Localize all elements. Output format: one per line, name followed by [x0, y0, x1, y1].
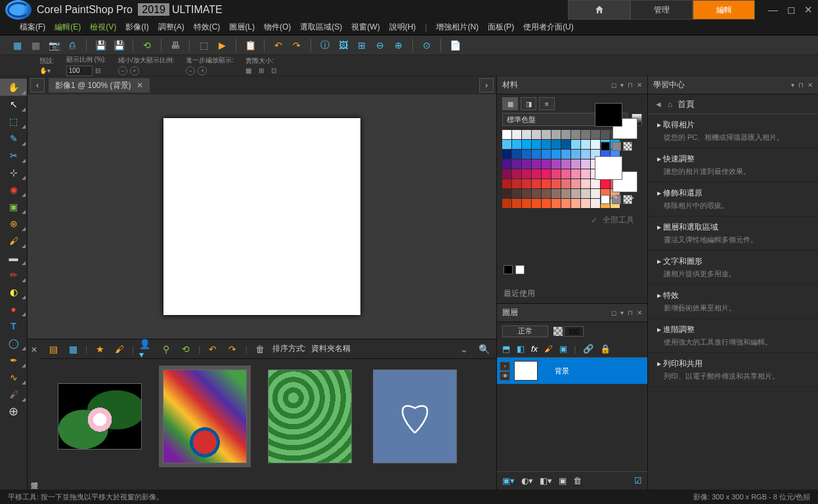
clone-tool[interactable]: ⊛ [0, 215, 27, 232]
color-swatch[interactable] [522, 130, 531, 139]
thumb-1[interactable] [54, 366, 146, 467]
color-swatch[interactable] [581, 140, 590, 149]
fg2-swatch[interactable] [595, 156, 622, 180]
menu-help[interactable]: 說明(H) [389, 22, 416, 33]
color-swatch[interactable] [522, 140, 531, 149]
bw-black[interactable] [504, 265, 513, 274]
color-swatch[interactable] [542, 130, 551, 139]
org-brush-button[interactable]: 🖌 [112, 342, 127, 356]
color-swatch[interactable] [522, 179, 531, 188]
color-swatch[interactable] [542, 169, 551, 178]
color-swatch[interactable] [532, 130, 541, 139]
menu-adjust[interactable]: 調整(A) [158, 22, 184, 33]
org-rotright-button[interactable]: ↷ [225, 342, 240, 356]
minimize-icon[interactable]: — [768, 4, 778, 16]
org-share-button[interactable]: ⟲ [179, 342, 193, 356]
layers-panel-header[interactable]: 圖層 ◻▾⊓✕ [497, 304, 647, 322]
menu-file[interactable]: 檔案(F) [20, 22, 45, 33]
makeover-tool[interactable]: ▣ [0, 198, 27, 215]
menu-enhance[interactable]: 增強相片(N) [436, 22, 479, 33]
fg-color-swatch[interactable] [595, 103, 622, 127]
tab-home[interactable] [568, 0, 630, 20]
mat-tab-sliders[interactable]: ≡ [539, 97, 555, 110]
opacity-input[interactable] [564, 326, 584, 337]
thumb-2[interactable] [159, 366, 251, 467]
color-swatch[interactable] [532, 189, 541, 198]
color-swatch[interactable] [532, 150, 541, 159]
org-delete-button[interactable]: 🗑 [253, 342, 267, 356]
layer-mask-icon[interactable]: ◧ [517, 344, 525, 354]
layer-thumbnail[interactable] [514, 361, 538, 381]
color-swatch[interactable] [581, 169, 590, 178]
color-swatch[interactable] [512, 150, 521, 159]
zoomin-button[interactable]: ⊕ [391, 38, 406, 52]
color-swatch[interactable] [561, 179, 570, 188]
new-button[interactable]: ▦ [10, 38, 24, 52]
color-swatch[interactable] [571, 130, 580, 139]
color-swatch[interactable] [571, 150, 580, 159]
redeye-tool[interactable]: ◉ [0, 181, 27, 198]
menu-layers[interactable]: 圖層(L) [229, 22, 255, 33]
shape-tool[interactable]: ◯ [0, 335, 27, 352]
zoomout-button[interactable]: ⊖ [373, 38, 387, 52]
tab-edit[interactable]: 編輯 [693, 0, 755, 20]
mini2-fg[interactable] [601, 195, 610, 204]
edit-in-button[interactable]: + [198, 66, 207, 75]
org-people-button[interactable]: 👤▾ [139, 342, 154, 356]
color-swatch[interactable] [581, 189, 590, 198]
layer-group-icon[interactable]: ▣ [559, 344, 567, 354]
fit-out-button[interactable]: − [118, 66, 127, 75]
layer-name-label[interactable]: 背景 [555, 366, 569, 376]
learn-menu-icon[interactable]: ▾ [791, 81, 794, 89]
layer-adjust-button[interactable]: ◐▾ [521, 476, 533, 486]
mat-tab-hsl[interactable]: ◨ [521, 97, 536, 110]
save-button[interactable]: 💾 [93, 38, 108, 52]
color-swatch[interactable] [522, 150, 531, 159]
print-button[interactable]: 🖶 [168, 38, 183, 52]
tab-prev-button[interactable]: ‹ [30, 78, 45, 93]
alltools-check[interactable]: ✔ [591, 216, 597, 225]
layer-lock-icon[interactable]: 🔒 [600, 344, 611, 354]
color-swatch[interactable] [512, 130, 521, 139]
menu-image[interactable]: 影像(I) [125, 22, 148, 33]
bw-white[interactable] [515, 265, 525, 274]
crop-tool[interactable]: ✂ [0, 147, 27, 164]
color-swatch[interactable] [512, 189, 521, 198]
layer-opts-button[interactable]: ☑ [634, 476, 642, 486]
tab-close-icon[interactable]: ✕ [137, 81, 143, 90]
color-swatch[interactable] [532, 199, 541, 208]
layer-mask2-button[interactable]: ◧▾ [540, 476, 552, 486]
menu-objects[interactable]: 物件(O) [264, 22, 291, 33]
color-swatch[interactable] [542, 159, 551, 169]
blend-mode-select[interactable]: 正常 [502, 326, 548, 337]
color-swatch[interactable] [561, 169, 570, 178]
lay-menu-icon[interactable]: ▾ [620, 309, 624, 316]
pen-tool[interactable]: ✒ [0, 352, 27, 369]
color-swatch[interactable] [532, 179, 541, 188]
saveas-button[interactable]: 💾 [112, 38, 126, 52]
learn-item[interactable]: ▸ 修飾和還原移除相片中的瑕疵。 [648, 182, 818, 217]
add-swatch-icon[interactable]: ＋ [628, 192, 635, 203]
layer-link-icon[interactable]: 🔗 [583, 344, 593, 354]
color-swatch[interactable] [502, 159, 511, 169]
color-swatch[interactable] [571, 179, 580, 188]
fit-button[interactable]: ⊙ [420, 38, 434, 52]
menu-edit[interactable]: 編輯(E) [54, 22, 81, 33]
color-swatch[interactable] [542, 179, 551, 188]
straighten-tool[interactable]: ⊹ [0, 164, 27, 181]
color-swatch[interactable] [522, 199, 531, 208]
color-swatch[interactable] [512, 159, 521, 169]
text-tool[interactable]: T [0, 318, 27, 335]
color-swatch[interactable] [561, 150, 570, 159]
lightbulb-tool[interactable]: ● [0, 301, 27, 318]
mat-pin-icon[interactable]: ⊓ [628, 81, 633, 89]
actual3-button[interactable]: ⊡ [271, 67, 276, 74]
color-swatch[interactable] [551, 189, 561, 198]
color-swatch[interactable] [551, 150, 561, 159]
sort-value[interactable]: 資料夾名稱 [311, 343, 351, 354]
color-swatch[interactable] [532, 159, 541, 169]
color-swatch[interactable] [561, 159, 570, 169]
learn-item[interactable]: ▸ 取得相片從您的 PC、相機或掃描器匯入相片。 [648, 114, 818, 148]
color-swatch[interactable] [551, 159, 561, 169]
learn-close-icon[interactable]: ✕ [807, 81, 813, 89]
